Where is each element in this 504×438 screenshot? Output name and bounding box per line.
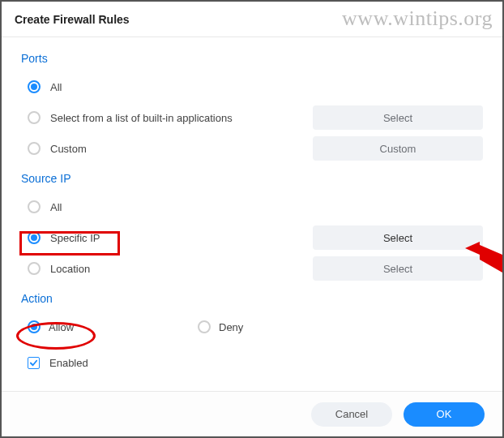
dialog-create-firewall-rules: www.wintips.org Create Firewall Rules Po… [0, 0, 504, 438]
radio-option-ports-all[interactable]: All [21, 80, 483, 93]
section-title-action: Action [21, 284, 483, 311]
radio-icon [28, 142, 41, 155]
cancel-button[interactable]: Cancel [311, 402, 392, 427]
dialog-title: Create Firewall Rules [15, 13, 130, 26]
checkbox-label: Enabled [49, 357, 88, 369]
radio-option-action-deny[interactable]: Deny [191, 320, 361, 333]
radio-label: Custom [50, 143, 87, 155]
radio-label: All [50, 81, 62, 93]
radio-option-sourceip-specific[interactable]: Specific IP [21, 231, 313, 244]
check-icon [28, 357, 40, 369]
sourceip-row-location: Location Select [21, 253, 483, 284]
radio-option-action-allow[interactable]: Allow [21, 320, 191, 333]
ok-button[interactable]: OK [404, 402, 485, 427]
ports-row-custom: Custom Custom [21, 133, 483, 164]
section-title-ports: Ports [21, 44, 483, 71]
section-title-source-ip: Source IP [21, 164, 483, 191]
sourceip-row-all: All [21, 191, 483, 222]
enabled-row: Enabled [21, 347, 483, 378]
radio-icon [28, 262, 41, 275]
dialog-titlebar: Create Firewall Rules [2, 2, 502, 37]
radio-label: Deny [219, 321, 243, 333]
select-button-sourceip-location[interactable]: Select [313, 256, 483, 281]
radio-icon [28, 111, 41, 124]
sourceip-row-specific: Specific IP Select [21, 222, 483, 253]
radio-label: All [50, 201, 62, 213]
radio-label: Select from a list of built-in applicati… [50, 112, 233, 124]
radio-icon [28, 320, 41, 333]
radio-icon [28, 200, 41, 213]
custom-button-ports[interactable]: Custom [313, 136, 483, 161]
select-button-ports-list[interactable]: Select [313, 105, 483, 130]
checkbox-enabled[interactable]: Enabled [21, 357, 483, 369]
radio-icon [28, 80, 41, 93]
radio-icon [28, 231, 41, 244]
radio-option-ports-list[interactable]: Select from a list of built-in applicati… [21, 111, 313, 124]
dialog-footer: Cancel OK [2, 391, 502, 436]
radio-label: Specific IP [50, 232, 100, 244]
radio-label: Location [50, 263, 90, 275]
action-row: Allow Deny [21, 311, 483, 342]
select-button-sourceip-specific[interactable]: Select [313, 225, 483, 250]
radio-option-sourceip-location[interactable]: Location [21, 262, 313, 275]
dialog-content: Ports All Select from a list of built-in… [2, 37, 502, 378]
ports-row-all: All [21, 71, 483, 102]
radio-icon [198, 320, 211, 333]
ports-row-list: Select from a list of built-in applicati… [21, 102, 483, 133]
radio-label: Allow [49, 321, 74, 333]
radio-option-ports-custom[interactable]: Custom [21, 142, 313, 155]
radio-option-sourceip-all[interactable]: All [21, 200, 483, 213]
